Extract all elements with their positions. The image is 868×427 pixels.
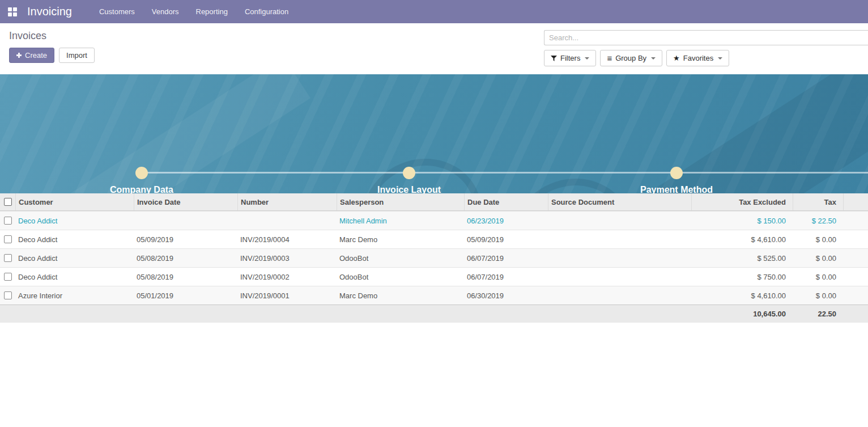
cell-customer: Deco Addict bbox=[15, 254, 134, 263]
cell-due-date: 06/23/2019 bbox=[464, 217, 548, 225]
star-icon: ★ bbox=[673, 54, 680, 62]
top-navbar: Invoicing Customers Vendors Reporting Co… bbox=[0, 0, 868, 23]
cell-number: INV/2019/0002 bbox=[237, 273, 337, 281]
cell-tax: $ 0.00 bbox=[793, 291, 843, 300]
cell-salesperson: Mitchell Admin bbox=[337, 217, 464, 225]
cell-tax-excluded: $ 150.00 bbox=[691, 217, 793, 225]
cell-tax-excluded: $ 750.00 bbox=[691, 273, 793, 281]
cell-due-date: 05/09/2019 bbox=[464, 235, 548, 244]
cell-due-date: 06/07/2019 bbox=[464, 273, 548, 281]
chevron-down-icon bbox=[651, 57, 656, 60]
select-all-checkbox[interactable] bbox=[4, 198, 12, 206]
search-input[interactable] bbox=[544, 30, 868, 45]
total-tax-excluded: 10,645.00 bbox=[691, 310, 793, 318]
filter-funnel-icon bbox=[551, 56, 557, 61]
chevron-down-icon bbox=[718, 57, 722, 60]
invoice-row[interactable]: Deco Addict 05/08/2019 INV/2019/0002 Odo… bbox=[0, 267, 868, 286]
invoice-row[interactable]: Deco Addict 05/08/2019 INV/2019/0003 Odo… bbox=[0, 248, 868, 267]
cell-invoice-date: 05/08/2019 bbox=[134, 254, 237, 263]
cell-salesperson: OdooBot bbox=[337, 273, 464, 281]
favorites-button[interactable]: ★ Favorites bbox=[666, 50, 729, 66]
invoice-row[interactable]: Azure Interior 05/01/2019 INV/2019/0001 … bbox=[0, 286, 868, 305]
list-header-row: Customer Invoice Date Number Salesperson… bbox=[0, 193, 868, 211]
col-header-number[interactable]: Number bbox=[237, 193, 337, 210]
step-dot bbox=[403, 167, 415, 179]
chevron-down-icon bbox=[585, 57, 589, 60]
cell-number: INV/2019/0001 bbox=[237, 291, 337, 300]
cell-tax-excluded: $ 4,610.00 bbox=[691, 235, 793, 244]
group-by-button[interactable]: ≡ Group By bbox=[600, 50, 662, 66]
row-checkbox[interactable] bbox=[4, 291, 12, 299]
col-header-tax[interactable]: Tax bbox=[793, 193, 843, 210]
app-brand[interactable]: Invoicing bbox=[27, 5, 72, 18]
cell-salesperson: OdooBot bbox=[337, 254, 464, 263]
row-checkbox[interactable] bbox=[4, 235, 12, 243]
total-tax: 22.50 bbox=[793, 310, 843, 318]
group-by-icon: ≡ bbox=[607, 54, 612, 62]
nav-item-reporting[interactable]: Reporting bbox=[196, 7, 228, 16]
cell-invoice-date: 05/01/2019 bbox=[134, 291, 237, 300]
apps-grid-icon[interactable] bbox=[8, 7, 17, 16]
cell-salesperson: Marc Demo bbox=[337, 291, 464, 300]
step-dot bbox=[670, 167, 683, 179]
cell-salesperson: Marc Demo bbox=[337, 235, 464, 244]
col-header-tax-excluded[interactable]: Tax Excluded bbox=[691, 193, 793, 210]
search-zone: Filters ≡ Group By ★ Favorites bbox=[544, 30, 868, 66]
col-header-due-date[interactable]: Due Date bbox=[464, 193, 548, 210]
onboarding-banner: Company Data Set your company's data for… bbox=[0, 74, 868, 193]
filters-button[interactable]: Filters bbox=[544, 50, 596, 66]
control-panel: Invoices Create Import Filters ≡ Group B… bbox=[0, 23, 868, 74]
cell-tax: $ 0.00 bbox=[793, 273, 843, 281]
cell-invoice-date: 05/09/2019 bbox=[134, 235, 237, 244]
col-header-salesperson[interactable]: Salesperson bbox=[337, 193, 464, 210]
onboarding-step-company-data: Company Data Set your company's data for… bbox=[51, 185, 232, 193]
col-header-customer[interactable]: Customer bbox=[15, 193, 134, 210]
cell-tax: $ 22.50 bbox=[793, 217, 843, 225]
invoice-list: Customer Invoice Date Number Salesperson… bbox=[0, 193, 868, 323]
list-footer-row: 10,645.00 22.50 bbox=[0, 305, 868, 323]
cell-invoice-date: 05/08/2019 bbox=[134, 273, 237, 281]
nav-item-customers[interactable]: Customers bbox=[99, 7, 135, 16]
cell-due-date: 06/30/2019 bbox=[464, 291, 548, 300]
step-dot bbox=[135, 167, 148, 179]
nav-menu: Customers Vendors Reporting Configuratio… bbox=[99, 7, 288, 16]
create-button[interactable]: Create bbox=[9, 48, 54, 63]
import-button[interactable]: Import bbox=[59, 48, 95, 63]
plus-icon bbox=[16, 53, 22, 58]
cell-number: INV/2019/0004 bbox=[237, 235, 337, 244]
col-header-invoice-date[interactable]: Invoice Date bbox=[134, 193, 237, 210]
cell-tax-excluded: $ 4,610.00 bbox=[691, 291, 793, 300]
cell-number: INV/2019/0003 bbox=[237, 254, 337, 263]
row-checkbox[interactable] bbox=[4, 217, 12, 225]
nav-item-vendors[interactable]: Vendors bbox=[152, 7, 179, 16]
invoice-row[interactable]: Deco Addict Mitchell Admin 06/23/2019 $ … bbox=[0, 211, 868, 230]
cell-tax: $ 0.00 bbox=[793, 235, 843, 244]
col-header-source-document[interactable]: Source Document bbox=[548, 193, 691, 210]
cell-customer: Deco Addict bbox=[15, 217, 134, 225]
row-checkbox[interactable] bbox=[4, 273, 12, 281]
cell-customer: Azure Interior bbox=[15, 291, 134, 300]
onboarding-step-payment-method: Payment Method Configure your payment me… bbox=[586, 185, 767, 193]
cell-customer: Deco Addict bbox=[15, 273, 134, 281]
cell-tax: $ 0.00 bbox=[793, 254, 843, 263]
cell-tax-excluded: $ 525.00 bbox=[691, 254, 793, 263]
onboarding-progress-line bbox=[142, 172, 868, 174]
row-checkbox[interactable] bbox=[4, 254, 12, 262]
nav-item-configuration[interactable]: Configuration bbox=[245, 7, 288, 16]
onboarding-step-invoice-layout: Invoice Layout Customize the look of you… bbox=[318, 185, 500, 193]
cell-due-date: 06/07/2019 bbox=[464, 254, 548, 263]
cell-customer: Deco Addict bbox=[15, 235, 134, 244]
invoice-row[interactable]: Deco Addict 05/09/2019 INV/2019/0004 Mar… bbox=[0, 230, 868, 248]
